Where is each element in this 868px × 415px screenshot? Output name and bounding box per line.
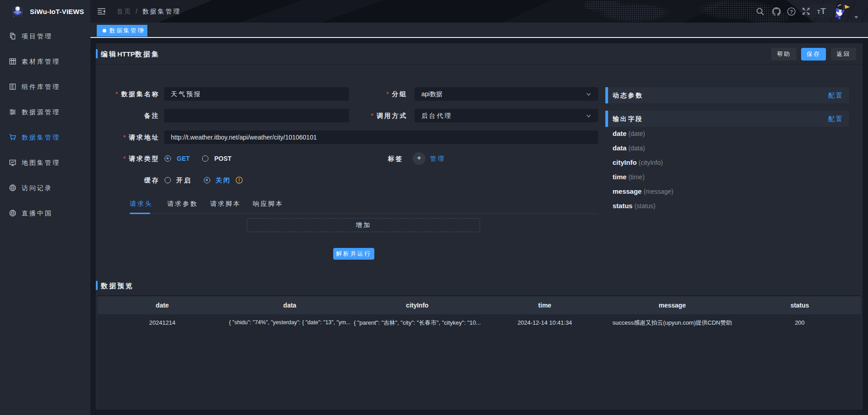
svg-text:?: ? (790, 9, 793, 14)
